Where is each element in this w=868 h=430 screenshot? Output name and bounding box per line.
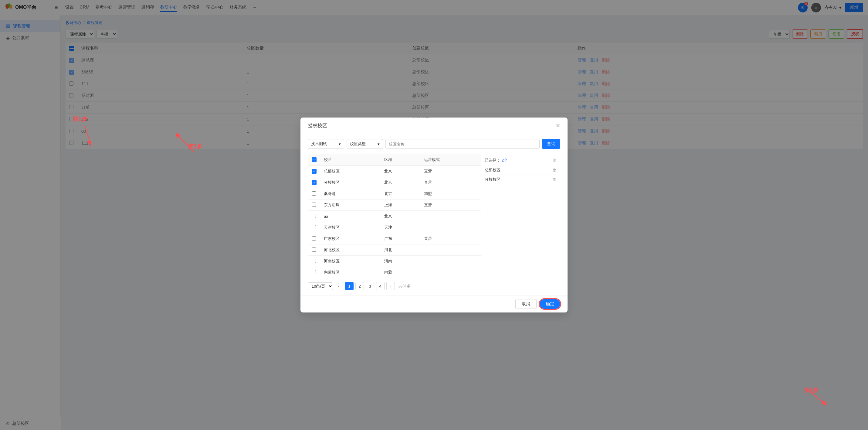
modal-overlay[interactable]: 第1步 授权校区 ✕ 技术测试 ▾ 校区类型 — [0, 0, 868, 154]
modal-table-area: — 校区 区域 运营模式 ✓ 总部校区 北京 — [308, 154, 560, 154]
modal-title: 授权校区 — [308, 123, 327, 129]
modal-close-button[interactable]: ✕ — [556, 122, 560, 129]
campus-type-select[interactable]: 校区类型 ▾ — [347, 139, 383, 149]
org-select-chevron: ▾ — [339, 142, 341, 146]
modal-body: 技术测试 ▾ 校区类型 ▾ 查询 — [301, 134, 567, 154]
authorize-modal: 授权校区 ✕ 技术测试 ▾ 校区类型 ▾ 查询 — [301, 117, 567, 154]
step1-arrow — [73, 123, 91, 147]
modal-header: 授权校区 ✕ — [301, 117, 567, 134]
type-chevron-icon: ▾ — [377, 142, 380, 146]
svg-line-4 — [85, 126, 90, 141]
org-select-value: 技术测试 — [311, 141, 327, 147]
campus-name-input[interactable] — [385, 139, 539, 149]
modal-search-bar: 技术测试 ▾ 校区类型 ▾ 查询 — [308, 139, 560, 149]
query-button[interactable]: 查询 — [542, 139, 560, 149]
step1-annotation: 第1步 — [73, 115, 91, 147]
step1-label: 第1步 — [73, 116, 87, 122]
campus-type-placeholder: 校区类型 — [350, 141, 366, 147]
org-select[interactable]: 技术测试 ▾ — [308, 139, 344, 149]
